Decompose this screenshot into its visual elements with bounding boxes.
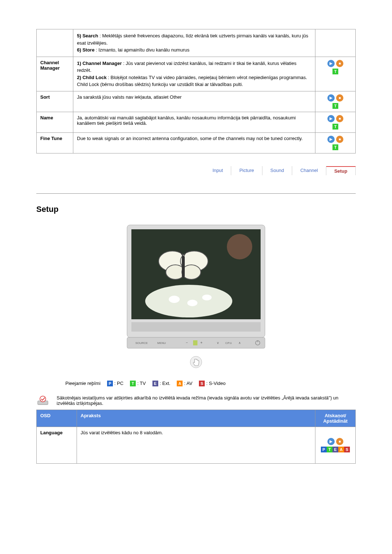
header-osd: OSD xyxy=(37,410,77,427)
svg-text:∨: ∨ xyxy=(217,341,219,345)
stop-icon: ■ xyxy=(336,438,343,445)
row-label: Name xyxy=(37,112,73,132)
mode-tv: T: TV xyxy=(130,381,146,386)
seg-bold: 5) Search xyxy=(77,33,98,38)
tab-channel[interactable]: Channel xyxy=(292,166,326,175)
play-icon: ▶ xyxy=(327,94,335,102)
row-icons: ▶■ T xyxy=(315,57,356,91)
header-desc: Apraksts xyxy=(77,410,315,427)
row-desc: Jūs varat izvēlēties kādu no 8 valodām. xyxy=(77,427,315,463)
svg-text:+: + xyxy=(200,341,203,345)
row-label xyxy=(37,29,73,57)
table-row: Channel Manager 1) Channel Manager : Jūs… xyxy=(37,57,356,91)
svg-point-5 xyxy=(169,296,180,303)
section-title: Setup xyxy=(36,205,356,214)
row-label: Fine Tune xyxy=(37,132,73,153)
mode-badge-t: T xyxy=(332,69,338,74)
svg-text:C/P.⊙: C/P.⊙ xyxy=(225,342,232,344)
svg-point-29 xyxy=(40,396,46,402)
tab-setup[interactable]: Setup xyxy=(326,166,356,175)
row-desc: 5) Search : Meklētājs skenē frekvences d… xyxy=(73,29,315,57)
svg-text:∧: ∧ xyxy=(238,341,241,345)
play-icon: ▶ xyxy=(327,438,335,445)
row-icons: ▶■ T xyxy=(315,91,356,112)
table-row: 5) Search : Meklētājs skenē frekvences d… xyxy=(37,29,356,57)
svg-rect-12 xyxy=(182,256,185,278)
svg-point-7 xyxy=(202,295,212,300)
mode-badges: P T E A S xyxy=(319,447,352,452)
stop-icon: ■ xyxy=(336,60,343,67)
row-label: Language xyxy=(37,427,77,463)
table-row: Fine Tune Due to weak signals or an inco… xyxy=(37,132,356,153)
tab-sound[interactable]: Sound xyxy=(262,166,293,175)
mode-pc: P: PC xyxy=(107,381,123,386)
play-icon: ▶ xyxy=(327,115,335,122)
row-desc: Ja, automātiski vai manuāli saglabājot k… xyxy=(73,112,315,132)
header-play: Atskaņot/ Apstādināt xyxy=(315,410,356,427)
svg-text:−: − xyxy=(186,341,188,345)
row-desc: 1) Channel Manager : Jūs varat pievienot… xyxy=(73,57,315,91)
row-icons xyxy=(315,29,356,57)
stop-icon: ■ xyxy=(336,136,343,143)
row-label: Channel Manager xyxy=(37,57,73,91)
svg-text:SOURCE: SOURCE xyxy=(135,341,148,345)
table-row: Sort Ja sarakstā jūsu valsts nav iekļaut… xyxy=(37,91,356,112)
mode-ext: E: Ext. xyxy=(152,381,171,386)
row-desc: Ja sarakstā jūsu valsts nav iekļauta, at… xyxy=(73,91,315,112)
svg-rect-20 xyxy=(193,340,197,345)
note-icon xyxy=(36,395,49,406)
table-header: OSD Apraksts Atskaņot/ Apstādināt xyxy=(37,410,356,427)
row-icons: ▶■ T xyxy=(315,112,356,132)
row-desc: Due to weak signals or an incorrect ante… xyxy=(73,132,315,153)
note-text: Sākotnējais iestatījums var atšķirties a… xyxy=(57,395,356,406)
svg-text:MENU: MENU xyxy=(157,341,166,345)
channel-settings-table: 5) Search : Meklētājs skenē frekvences d… xyxy=(36,29,356,153)
tab-input[interactable]: Input xyxy=(204,166,231,175)
row-icons: ▶■ T xyxy=(315,132,356,153)
monitor-illustration: SOURCE MENU − + ∨ C/P.⊙ ∧ xyxy=(36,221,356,352)
tab-picture[interactable]: Picture xyxy=(231,166,262,175)
mode-badge-t: T xyxy=(332,103,338,109)
mode-badge-t: T xyxy=(332,144,338,150)
table-row: Language Jūs varat izvēlēties kādu no 8 … xyxy=(37,427,356,463)
row-label: Sort xyxy=(37,91,73,112)
divider xyxy=(36,193,356,194)
note: Sākotnējais iestatījums var atšķirties a… xyxy=(36,395,356,406)
setup-table: OSD Apraksts Atskaņot/ Apstādināt Langua… xyxy=(36,410,356,464)
svg-point-6 xyxy=(187,300,197,306)
svg-rect-15 xyxy=(131,322,261,332)
modes-label: Pieejamie reþīmi xyxy=(65,381,101,386)
play-icon: ▶ xyxy=(327,136,335,143)
svg-point-3 xyxy=(227,234,252,259)
play-icon: ▶ xyxy=(327,60,335,67)
seg-bold: 6) Store xyxy=(77,47,94,53)
hand-cursor-icon xyxy=(36,356,356,370)
available-modes: Pieejamie reþīmi P: PC T: TV E: Ext. A: … xyxy=(65,381,356,386)
mode-badge-t: T xyxy=(332,124,338,130)
row-icons: ▶■ P T E A S xyxy=(315,427,356,463)
mode-svideo: S: S-Video xyxy=(199,381,225,386)
stop-icon: ■ xyxy=(336,94,343,102)
nav-tabs: Input Picture Sound Channel Setup xyxy=(36,166,356,175)
mode-av: A: AV xyxy=(177,381,192,386)
table-row: Name Ja, automātiski vai manuāli saglabā… xyxy=(37,112,356,132)
stop-icon: ■ xyxy=(336,115,343,122)
